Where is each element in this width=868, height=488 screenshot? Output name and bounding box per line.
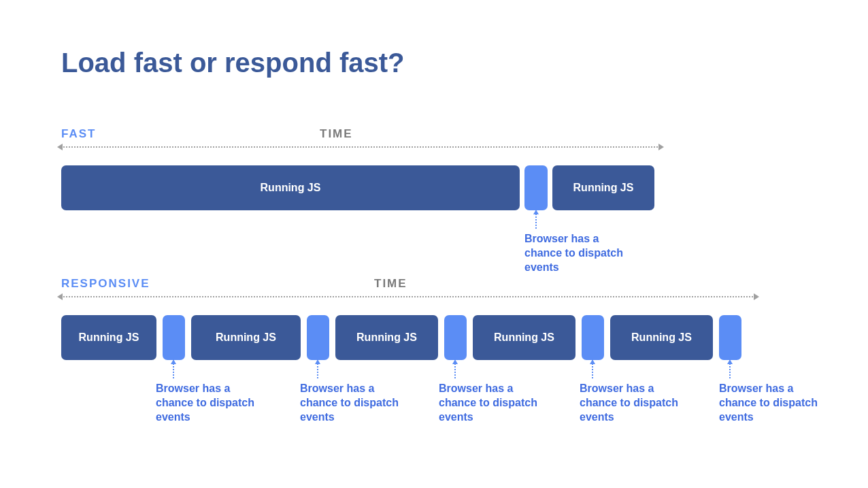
dispatch-gap-block [719,315,741,360]
dispatch-caption: Browser has a chance to dispatch events [719,382,828,424]
running-js-label: Running JS [356,331,417,344]
running-js-label: Running JS [573,182,634,194]
dispatch-caption: Browser has a chance to dispatch events [580,382,688,424]
dispatch-gap-block [524,165,548,210]
running-js-block: Running JS [191,315,301,360]
dispatch-gap-block [163,315,185,360]
section-responsive-header: RESPONSIVE TIME [61,276,814,292]
time-label-responsive: TIME [374,277,407,291]
section-fast-header: FAST TIME [61,126,814,142]
running-js-label: Running JS [216,331,276,344]
arrow-up-icon [592,363,593,378]
time-label-fast: TIME [320,127,353,141]
arrow-up-icon [173,363,174,378]
dispatch-caption: Browser has a chance to dispatch events [524,232,633,274]
running-js-label: Running JS [79,331,139,344]
running-js-label: Running JS [494,331,554,344]
dispatch-caption: Browser has a chance to dispatch events [300,382,409,424]
running-js-block: Running JS [610,315,713,360]
section-responsive: RESPONSIVE TIME Running JS Running JS Ru… [61,276,814,360]
running-js-label: Running JS [261,182,321,194]
running-js-label: Running JS [631,331,692,344]
slide-title: Load fast or respond fast? [61,48,814,78]
running-js-block: Running JS [335,315,438,360]
time-axis-fast [61,146,660,148]
section-fast: FAST TIME Running JS Running JS Browser … [61,126,814,210]
arrow-up-icon [535,214,537,229]
dispatch-gap-block [444,315,467,360]
arrow-up-icon [317,363,318,378]
running-js-block: Running JS [61,315,156,360]
section-responsive-label: RESPONSIVE [61,277,150,291]
running-js-block: Running JS [61,165,520,210]
arrow-up-icon [729,363,731,378]
track-fast: Running JS Running JS [61,165,814,210]
arrow-up-icon [454,363,456,378]
dispatch-caption: Browser has a chance to dispatch events [439,382,548,424]
dispatch-caption: Browser has a chance to dispatch events [156,382,265,424]
running-js-block: Running JS [552,165,654,210]
dispatch-gap-block [582,315,604,360]
section-fast-label: FAST [61,127,96,141]
track-responsive: Running JS Running JS Running JS Running… [61,315,814,360]
time-axis-responsive [61,296,755,297]
running-js-block: Running JS [473,315,575,360]
dispatch-gap-block [307,315,329,360]
